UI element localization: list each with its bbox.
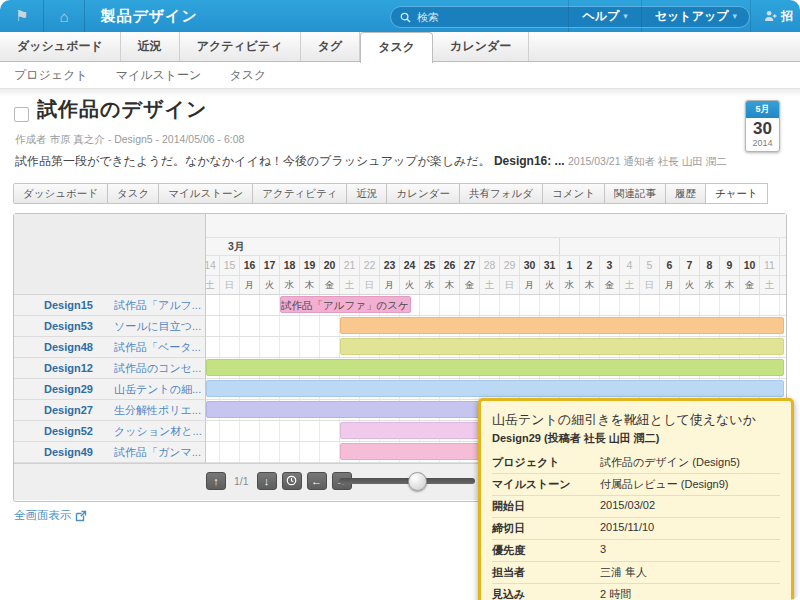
sub-nav-item-1[interactable]: マイルストーン bbox=[116, 67, 202, 84]
task-id-link[interactable]: Design48 bbox=[44, 341, 114, 353]
tooltip-fields: プロジェクト試作品のデザイン (Design5)マイルストーン付属品レビュー (… bbox=[492, 452, 780, 600]
task-title-link[interactable]: 試作品「アルフ... bbox=[114, 298, 201, 313]
move-left-button[interactable]: ← bbox=[307, 472, 327, 490]
weekday-cell: 水 bbox=[700, 276, 720, 294]
detail-tab-0[interactable]: ダッシュボード bbox=[13, 183, 108, 204]
task-id-link[interactable]: Design27 bbox=[44, 404, 114, 416]
weekday-cell: 金 bbox=[320, 276, 340, 294]
invite-label: 招 bbox=[781, 8, 793, 25]
weekday-cell: 木 bbox=[720, 276, 740, 294]
detail-tab-1[interactable]: タスク bbox=[108, 183, 159, 204]
weekday-cell: 月 bbox=[380, 276, 400, 294]
main-tab-2[interactable]: アクティビティ bbox=[180, 32, 301, 61]
weekday-cell: 木 bbox=[300, 276, 320, 294]
gantt-bar[interactable]: 試作品「アルファ」のスケッチ bbox=[280, 296, 411, 313]
task-title-link[interactable]: ソールに目立つ... bbox=[114, 319, 201, 334]
issue-checkbox[interactable] bbox=[14, 107, 29, 122]
task-id-link[interactable]: Design29 bbox=[44, 383, 114, 395]
main-tab-3[interactable]: タグ bbox=[301, 32, 361, 61]
day-cell: 2 bbox=[580, 256, 600, 275]
task-title-link[interactable]: 試作品のコンセ... bbox=[114, 361, 201, 376]
description-ref-link[interactable]: Design16: ... bbox=[494, 154, 565, 168]
tooltip-field-label: マイルストーン bbox=[492, 477, 600, 492]
home-icon[interactable]: ⌂ bbox=[44, 8, 83, 25]
description-meta: 2015/03/21 通知者 社長 山田 潤二 bbox=[568, 155, 727, 167]
gantt-controls: ↑1/1↓←→ bbox=[206, 472, 352, 490]
detail-tab-3[interactable]: アクティビティ bbox=[253, 183, 347, 204]
chevron-down-icon: ▾ bbox=[732, 11, 737, 21]
detail-tab-10[interactable]: チャート bbox=[706, 183, 768, 204]
detail-tab-8[interactable]: 関連記事 bbox=[605, 183, 666, 204]
tooltip-field-row: 担当者三浦 隼人 bbox=[492, 562, 780, 584]
day-cell: 15 bbox=[220, 256, 240, 275]
tooltip-field-label: 担当者 bbox=[492, 565, 600, 580]
day-label: 14 bbox=[206, 256, 220, 275]
scroll-up-button[interactable]: ↑ bbox=[206, 472, 226, 490]
byline: 作成者 市原 真之介 - Design5 - 2014/05/06 - 6:08 bbox=[15, 133, 244, 147]
tooltip-field-label: プロジェクト bbox=[492, 455, 600, 470]
flag-icon[interactable]: ⚑ bbox=[0, 7, 43, 25]
gantt-header-strip bbox=[206, 214, 786, 238]
search-placeholder: 検索 bbox=[417, 10, 439, 25]
weekday-cell: 火 bbox=[260, 276, 280, 294]
main-tab-4[interactable]: タスク bbox=[360, 32, 433, 63]
today-button[interactable] bbox=[282, 472, 302, 490]
tooltip-field-value: 3 bbox=[600, 543, 780, 558]
task-title-link[interactable]: 山岳テントの細... bbox=[114, 382, 201, 397]
top-bar-left: ⚑ ⌂ 製品デザイン bbox=[0, 0, 214, 32]
detail-tab-4[interactable]: 近況 bbox=[347, 183, 387, 204]
top-bar-right: ヘルプ ▾ セットアップ ▾ 招 bbox=[568, 0, 800, 32]
task-title-link[interactable]: クッション材と... bbox=[114, 424, 202, 439]
fullscreen-label: 全画面表示 bbox=[14, 508, 72, 523]
scroll-down-button[interactable]: ↓ bbox=[257, 472, 277, 490]
gantt-row-timeline bbox=[206, 358, 786, 379]
tooltip-field-label: 見込み bbox=[492, 587, 600, 600]
gantt-bar[interactable] bbox=[340, 338, 784, 355]
sub-nav: プロジェクトマイルストーンタスク bbox=[0, 62, 800, 89]
detail-tab-7[interactable]: コメント bbox=[543, 183, 605, 204]
project-name: 製品デザイン bbox=[85, 7, 214, 26]
fullscreen-link[interactable]: 全画面表示 bbox=[14, 508, 87, 523]
gantt-bar[interactable] bbox=[340, 317, 784, 334]
weekday-cell: 日 bbox=[220, 276, 240, 294]
day-cell: 14 bbox=[206, 256, 220, 275]
main-tab-0[interactable]: ダッシュボード bbox=[0, 32, 121, 61]
tooltip-title: 山岳テントの細引きを靴紐として使えないか bbox=[492, 411, 780, 429]
detail-tab-6[interactable]: 共有フォルダ bbox=[460, 183, 543, 204]
gantt-bar[interactable] bbox=[206, 359, 784, 376]
setup-menu[interactable]: セットアップ ▾ bbox=[641, 0, 750, 32]
gantt-row-header: Design49試作品「ガンマ... bbox=[14, 442, 206, 463]
gantt-row-header: Design12試作品のコンセ... bbox=[14, 358, 206, 379]
slider-knob[interactable] bbox=[408, 472, 427, 491]
detail-tab-9[interactable]: 履歴 bbox=[666, 183, 706, 204]
task-title-link[interactable]: 試作品「ベータ... bbox=[114, 340, 201, 355]
task-id-link[interactable]: Design12 bbox=[44, 362, 114, 374]
date-badge-month: 5月 bbox=[746, 101, 779, 118]
weekday-cell: 火 bbox=[680, 276, 700, 294]
task-id-link[interactable]: Design52 bbox=[44, 425, 114, 437]
gantt-row-header: Design53ソールに目立つ... bbox=[14, 316, 206, 337]
detail-tab-2[interactable]: マイルストーン bbox=[159, 183, 253, 204]
detail-tab-5[interactable]: カレンダー bbox=[387, 183, 459, 204]
weekday-cell: 月 bbox=[660, 276, 680, 294]
zoom-slider[interactable] bbox=[339, 478, 475, 484]
gantt-corner-cell bbox=[14, 214, 206, 295]
task-title-link[interactable]: 試作品「ガンマ... bbox=[114, 445, 201, 460]
gantt-bar[interactable] bbox=[206, 380, 784, 397]
task-id-link[interactable]: Design49 bbox=[44, 446, 114, 458]
invite-button[interactable]: 招 bbox=[750, 0, 800, 32]
day-cell: 1 bbox=[560, 256, 580, 275]
help-menu[interactable]: ヘルプ ▾ bbox=[568, 0, 640, 32]
task-title-link[interactable]: 生分解性ポリエ... bbox=[114, 403, 201, 418]
day-cell: 24 bbox=[400, 256, 420, 275]
main-tab-5[interactable]: カレンダー bbox=[433, 32, 529, 61]
detail-tab-bar: ダッシュボードタスクマイルストーンアクティビティ近況カレンダー共有フォルダコメン… bbox=[13, 183, 768, 204]
task-id-link[interactable]: Design53 bbox=[44, 320, 114, 332]
day-cell: 20 bbox=[320, 256, 340, 275]
sub-nav-item-2[interactable]: タスク bbox=[229, 67, 266, 84]
sub-nav-item-0[interactable]: プロジェクト bbox=[14, 67, 88, 84]
slider-track[interactable] bbox=[339, 478, 475, 484]
tooltip-field-value: 試作品のデザイン (Design5) bbox=[600, 455, 780, 470]
main-tab-1[interactable]: 近況 bbox=[121, 32, 180, 61]
task-id-link[interactable]: Design15 bbox=[44, 299, 114, 311]
